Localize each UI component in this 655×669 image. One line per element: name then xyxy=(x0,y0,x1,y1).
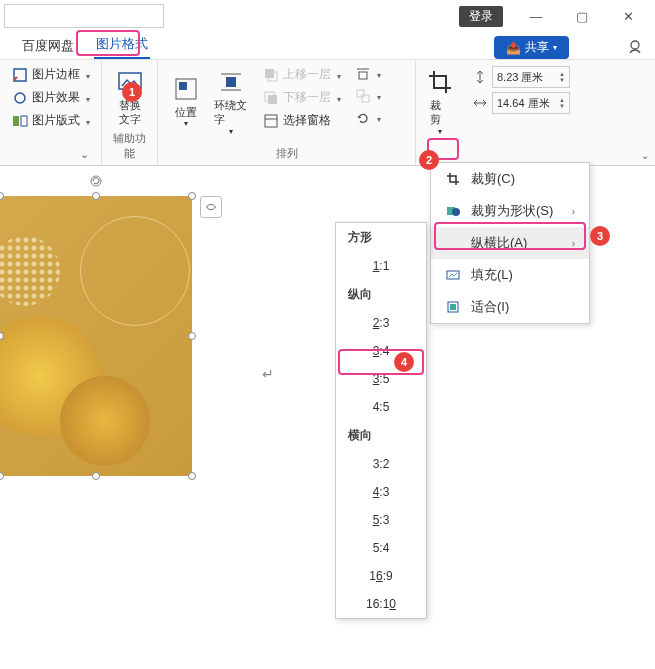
border-icon xyxy=(12,67,28,83)
pane-label: 选择窗格 xyxy=(283,112,331,129)
callout-4: 4 xyxy=(394,352,414,372)
svg-rect-18 xyxy=(359,72,367,79)
callout-1: 1 xyxy=(122,82,142,102)
comments-icon[interactable] xyxy=(627,39,643,59)
close-button[interactable]: ✕ xyxy=(605,0,651,32)
crop-icon xyxy=(426,68,454,96)
tab-picture-format[interactable]: 图片格式 xyxy=(94,31,150,59)
crop-menu-fill[interactable]: 填充(L) xyxy=(431,259,589,291)
aspect-4-5[interactable]: 4:5 xyxy=(336,393,426,421)
ribbon-collapse-icon[interactable]: ⌄ xyxy=(641,150,649,161)
aspect-16-10[interactable]: 16:10 xyxy=(336,590,426,618)
crop-menu-shape[interactable]: 裁剪为形状(S) › xyxy=(431,195,589,227)
height-value: 8.23 厘米 xyxy=(497,70,543,85)
svg-rect-11 xyxy=(265,69,274,78)
crop-menu: 裁剪(C) 裁剪为形状(S) › 纵横比(A) › 填充(L) 适合(I) xyxy=(430,162,590,324)
tab-baidu[interactable]: 百度网盘 xyxy=(20,33,76,59)
picture-effects-button[interactable]: 图片效果 xyxy=(8,87,93,108)
rotate-handle[interactable] xyxy=(89,174,103,188)
group-button[interactable] xyxy=(351,86,385,106)
width-input[interactable]: 14.64 厘米 ▲▼ xyxy=(492,92,570,114)
width-spinner[interactable]: ▲▼ xyxy=(559,97,565,109)
layout-icon xyxy=(12,113,28,129)
align-button[interactable] xyxy=(351,64,385,84)
aspect-3-5[interactable]: 3:5 xyxy=(336,365,426,393)
aspect-5-4[interactable]: 5:4 xyxy=(336,534,426,562)
aspect-header-square: 方形 xyxy=(336,223,426,252)
layout-options-button[interactable] xyxy=(200,196,222,218)
svg-rect-3 xyxy=(13,116,19,126)
selected-image[interactable] xyxy=(0,196,192,476)
backward-label: 下移一层 xyxy=(283,89,331,106)
svg-rect-20 xyxy=(362,95,369,102)
aspect-2-3[interactable]: 2:3 xyxy=(336,309,426,337)
layout-label: 图片版式 xyxy=(32,112,80,129)
backward-icon xyxy=(263,90,279,106)
position-button[interactable]: 位置 ▾ xyxy=(166,64,206,141)
aspect-header-portrait: 纵向 xyxy=(336,280,426,309)
crop-label: 裁剪 xyxy=(430,98,450,127)
svg-rect-15 xyxy=(265,115,277,127)
aspect-1-1[interactable]: 1:1 xyxy=(336,252,426,280)
svg-rect-19 xyxy=(357,90,364,97)
align-icon xyxy=(355,66,371,82)
picture-border-button[interactable]: 图片边框 xyxy=(8,64,93,85)
svg-point-23 xyxy=(452,208,460,216)
titlebar: 登录 — ▢ ✕ xyxy=(0,0,655,32)
aspect-label: 纵横比(A) xyxy=(471,234,527,252)
svg-rect-8 xyxy=(226,77,236,87)
width-value: 14.64 厘米 xyxy=(497,96,550,111)
svg-point-0 xyxy=(631,41,639,49)
share-button[interactable]: 📤 共享 ▾ xyxy=(494,36,569,59)
svg-point-2 xyxy=(15,93,25,103)
wrap-text-button[interactable]: 环绕文 字 ▾ xyxy=(208,64,253,141)
crop-menu-fit[interactable]: 适合(I) xyxy=(431,291,589,323)
chevron-right-icon: › xyxy=(572,206,575,217)
height-icon xyxy=(472,69,488,85)
rotate-icon xyxy=(355,110,371,126)
picture-layout-button[interactable]: 图片版式 xyxy=(8,110,93,131)
send-backward-button[interactable]: 下移一层 xyxy=(259,87,345,108)
minimize-button[interactable]: — xyxy=(513,0,559,32)
login-button[interactable]: 登录 xyxy=(459,6,503,27)
crop-label: 裁剪(C) xyxy=(471,170,515,188)
paragraph-mark-icon: ↵ xyxy=(262,366,274,382)
selection-pane-button[interactable]: 选择窗格 xyxy=(259,110,345,131)
wrap-label: 环绕文 字 xyxy=(214,98,247,127)
callout-3: 3 xyxy=(590,226,610,246)
crop-button[interactable]: 裁剪 ▾ xyxy=(424,64,456,141)
aspect-16-9[interactable]: 16:9 xyxy=(336,562,426,590)
group-icon xyxy=(355,88,371,104)
callout-2: 2 xyxy=(419,150,439,170)
wrap-icon xyxy=(217,68,245,96)
position-label: 位置 xyxy=(175,105,197,119)
svg-rect-4 xyxy=(21,116,27,126)
height-spinner[interactable]: ▲▼ xyxy=(559,71,565,83)
share-icon: 📤 xyxy=(506,41,521,55)
effects-icon xyxy=(12,90,28,106)
ribbon: 图片边框 图片效果 图片版式 ⌄ 替换 文字 辅助功能 位置 ▾ xyxy=(0,60,655,166)
aspect-5-3[interactable]: 5:3 xyxy=(336,506,426,534)
pane-icon xyxy=(263,113,279,129)
fill-icon xyxy=(445,267,461,283)
fit-icon xyxy=(445,299,461,315)
forward-label: 上移一层 xyxy=(283,66,331,83)
position-icon xyxy=(172,75,200,103)
maximize-button[interactable]: ▢ xyxy=(559,0,605,32)
svg-rect-26 xyxy=(450,304,456,310)
aspect-3-2[interactable]: 3:2 xyxy=(336,450,426,478)
rotate-button[interactable] xyxy=(351,108,385,128)
crop-icon xyxy=(445,171,461,187)
aspect-4-3[interactable]: 4:3 xyxy=(336,478,426,506)
crop-menu-crop[interactable]: 裁剪(C) xyxy=(431,163,589,195)
doc-title-input[interactable] xyxy=(4,4,164,28)
forward-icon xyxy=(263,67,279,83)
bring-forward-button[interactable]: 上移一层 xyxy=(259,64,345,85)
height-input[interactable]: 8.23 厘米 ▲▼ xyxy=(492,66,570,88)
border-label: 图片边框 xyxy=(32,66,80,83)
shape-icon xyxy=(445,203,461,219)
width-icon xyxy=(472,95,488,111)
effects-label: 图片效果 xyxy=(32,89,80,106)
crop-menu-aspect[interactable]: 纵横比(A) › xyxy=(431,227,589,259)
shape-label: 裁剪为形状(S) xyxy=(471,202,553,220)
